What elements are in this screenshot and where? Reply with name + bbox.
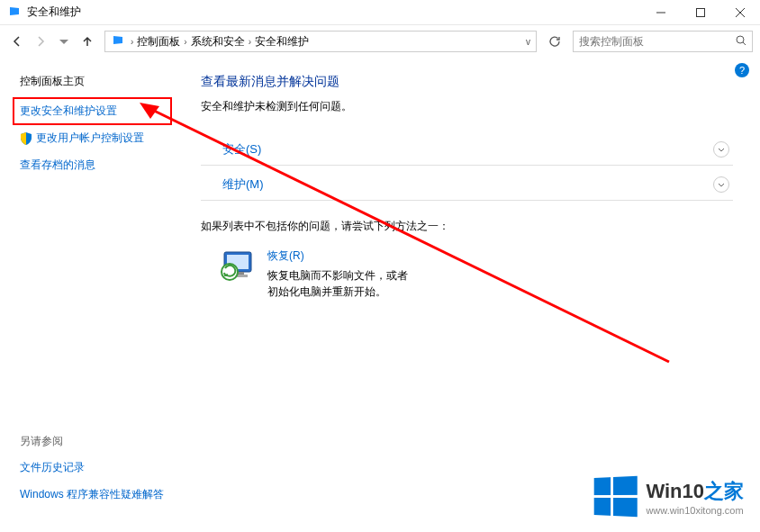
crumb-control-panel[interactable]: 控制面板 (135, 34, 182, 50)
compat-troubleshooter-link[interactable]: Windows 程序兼容性疑难解答 (20, 487, 164, 502)
navbar: › 控制面板 › 系统和安全 › 安全和维护 v (0, 25, 760, 58)
maintenance-label: 维护(M) (204, 176, 264, 193)
recent-dropdown[interactable] (54, 32, 74, 51)
chevron-right-icon[interactable]: › (247, 37, 253, 47)
security-expander[interactable]: 安全(S) (201, 134, 733, 166)
windows-logo-icon (594, 476, 638, 517)
page-heading: 查看最新消息并解决问题 (201, 74, 733, 90)
main-content: ? 查看最新消息并解决问题 安全和维护未检测到任何问题。 安全(S) 维护(M)… (176, 58, 760, 532)
svg-point-1 (737, 36, 744, 43)
file-history-link[interactable]: 文件历史记录 (20, 460, 164, 475)
search-icon[interactable] (736, 35, 746, 49)
view-archived-messages-link[interactable]: 查看存档的消息 (20, 158, 165, 173)
recovery-section: 恢复(R) 恢复电脑而不影响文件，或者初始化电脑并重新开始。 (201, 248, 733, 300)
back-button[interactable] (7, 32, 27, 51)
control-panel-home-link[interactable]: 控制面板主页 (20, 74, 165, 89)
flag-icon (7, 5, 22, 20)
chevron-down-icon (713, 176, 729, 193)
sidebar: 控制面板主页 更改安全和维护设置 更改用户帐户控制设置 查看存档的消息 另请参阅… (0, 58, 176, 532)
hint-text: 如果列表中不包括你的问题，请尝试下列方法之一： (201, 219, 733, 234)
titlebar: 安全和维护 (0, 0, 760, 25)
chevron-right-icon[interactable]: › (129, 37, 135, 47)
change-security-settings-link[interactable]: 更改安全和维护设置 (20, 104, 165, 119)
chevron-right-icon[interactable]: › (182, 37, 188, 47)
annotation-highlight: 更改安全和维护设置 (13, 97, 172, 125)
watermark: Win10之家 www.win10xitong.com (593, 477, 744, 516)
chevron-down-icon (713, 141, 729, 158)
up-button[interactable] (77, 32, 97, 51)
wm-url: www.win10xitong.com (646, 505, 744, 516)
help-icon[interactable]: ? (735, 63, 749, 77)
see-also-header: 另请参阅 (20, 434, 164, 449)
flag-icon (111, 34, 125, 49)
recovery-link[interactable]: 恢复(R) (267, 248, 412, 264)
uac-link-label: 更改用户帐户控制设置 (36, 131, 144, 146)
crumb-system-security[interactable]: 系统和安全 (189, 34, 247, 50)
svg-rect-0 (697, 8, 705, 16)
see-also: 另请参阅 文件历史记录 Windows 程序兼容性疑难解答 (20, 434, 164, 514)
shield-icon (20, 132, 32, 145)
maximize-button[interactable] (681, 0, 720, 25)
recovery-icon (219, 248, 255, 284)
crumb-security-maintenance[interactable]: 安全和维护 (253, 34, 311, 50)
security-label: 安全(S) (204, 141, 261, 158)
wm-text-b: 之家 (704, 480, 744, 502)
wm-text-a: Win10 (646, 480, 704, 502)
close-button[interactable] (720, 0, 760, 25)
maintenance-expander[interactable]: 维护(M) (201, 169, 733, 201)
recovery-desc: 恢复电脑而不影响文件，或者初始化电脑并重新开始。 (267, 267, 412, 300)
search-input[interactable] (579, 35, 736, 48)
minimize-button[interactable] (641, 0, 681, 25)
change-uac-settings-link[interactable]: 更改用户帐户控制设置 (20, 131, 165, 146)
status-text: 安全和维护未检测到任何问题。 (201, 99, 733, 114)
address-dropdown[interactable]: v (522, 37, 534, 47)
search-box[interactable] (573, 31, 753, 52)
window-title: 安全和维护 (27, 5, 641, 20)
forward-button[interactable] (31, 32, 50, 51)
address-bar[interactable]: › 控制面板 › 系统和安全 › 安全和维护 v (104, 31, 537, 52)
refresh-button[interactable] (544, 31, 565, 52)
